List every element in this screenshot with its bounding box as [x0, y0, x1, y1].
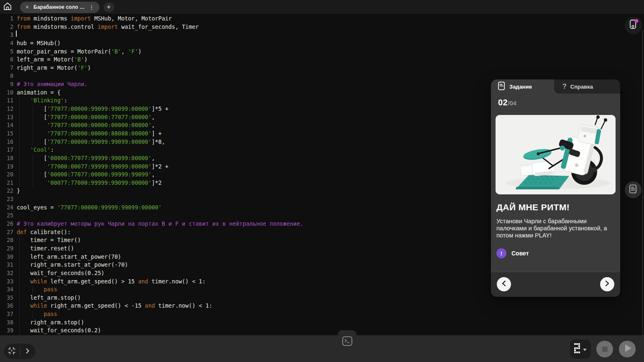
line-number: 7 [0, 64, 13, 72]
hub-device-icon [629, 19, 639, 32]
line-number: 9 [0, 80, 13, 89]
project-tab[interactable]: ✕ Барабанное соло … ⋮ [20, 2, 100, 13]
chevron-right-icon [605, 280, 609, 288]
code-line: 5motor_pair_arms = MotorPair('B', 'F') [0, 48, 644, 56]
top-bar: ✕ Барабанное соло … ⋮ + [0, 0, 644, 15]
line-number: 4 [0, 39, 13, 48]
tip-button[interactable]: ! Совет [496, 248, 529, 258]
task-illustration [496, 115, 616, 194]
step-total: /04 [508, 99, 516, 107]
question-icon: ? [562, 83, 567, 90]
chevron-right-icon [26, 348, 29, 355]
bottom-bar [0, 335, 644, 362]
line-number: 23 [0, 195, 13, 204]
task-description: Установи Чарли с барабанными палочками и… [496, 218, 615, 239]
previous-step-button[interactable] [497, 277, 511, 291]
collapse-icon [8, 347, 15, 356]
line-number: 38 [0, 319, 13, 327]
line-number: 28 [0, 236, 13, 245]
app-window: ✕ Барабанное соло … ⋮ + 1from mindstorms… [0, 0, 644, 362]
line-number: 6 [0, 56, 13, 64]
code-line: 4hub = MSHub() [0, 39, 644, 48]
line-number: 10 [0, 89, 13, 97]
line-number: 16 [0, 138, 13, 146]
line-number: 14 [0, 121, 13, 130]
plus-icon: + [107, 3, 110, 11]
tip-exclamation-icon: ! [496, 248, 506, 258]
task-panel-footer [491, 272, 620, 297]
line-number: 2 [0, 23, 13, 31]
terminal-icon [342, 340, 353, 347]
line-number: 26 [0, 220, 13, 228]
task-panel-toggle-button[interactable] [625, 181, 641, 198]
line-number: 15 [0, 130, 13, 138]
line-number: 30 [0, 253, 13, 261]
line-number: 20 [0, 171, 13, 179]
chevron-left-icon [502, 280, 506, 288]
stop-icon [602, 347, 608, 352]
code-line: 6left_arm = Motor('B') [0, 56, 644, 64]
step-progress: 02 /04 [498, 98, 516, 107]
code-line: 37 pass [0, 310, 644, 319]
line-number: 36 [0, 302, 13, 310]
task-doc-icon [498, 82, 506, 92]
line-number: 21 [0, 179, 13, 187]
tab-help-label: Справка [570, 84, 593, 90]
line-number: 29 [0, 245, 13, 253]
tab-task-label: Задание [509, 84, 532, 90]
line-number: 1 [0, 15, 13, 23]
line-number: 31 [0, 261, 13, 269]
line-number: 37 [0, 310, 13, 319]
tip-label: Совет [511, 250, 529, 257]
code-line: 2from mindstorms.control import wait_for… [0, 23, 644, 31]
code-line: 3 [0, 31, 644, 39]
line-number: 13 [0, 113, 13, 122]
tab-menu-icon[interactable]: ⋮ [88, 4, 95, 10]
expand-panel-button[interactable] [20, 344, 36, 359]
editor-scrollbar[interactable] [642, 30, 643, 352]
tab-help[interactable]: ? Справка [554, 79, 620, 94]
stop-button[interactable] [596, 341, 613, 357]
code-line: 38 right_arm.stop() [0, 319, 644, 327]
tab-close-icon[interactable]: ✕ [24, 4, 30, 10]
hub-slot-selector[interactable] [570, 339, 591, 359]
tab-title: Барабанное соло … [33, 4, 84, 10]
line-number: 12 [0, 105, 13, 113]
code-line: 1from mindstorms import MSHub, Motor, Mo… [0, 15, 644, 23]
line-number: 34 [0, 286, 13, 294]
line-number: 32 [0, 269, 13, 278]
line-number: 3 [0, 31, 13, 39]
pixel-number-icon [574, 343, 581, 355]
home-icon [3, 2, 12, 13]
next-step-button[interactable] [600, 277, 614, 291]
console-button[interactable] [342, 336, 353, 348]
line-number: 25 [0, 212, 13, 220]
task-title: ДАЙ МНЕ РИТМ! [496, 202, 570, 212]
hub-connection-button[interactable] [625, 17, 642, 34]
line-number: 17 [0, 146, 13, 154]
caret-down-icon [583, 345, 587, 353]
new-tab-button[interactable]: + [104, 2, 114, 13]
text-caret [16, 31, 17, 37]
notification-dot [635, 19, 639, 23]
line-number: 33 [0, 278, 13, 286]
line-number: 22 [0, 187, 13, 195]
collapse-view-button[interactable] [4, 344, 20, 359]
line-number: 5 [0, 48, 13, 56]
tab-task[interactable]: Задание [491, 79, 554, 94]
task-panel: Задание ? Справка 02 /04 [491, 79, 620, 297]
play-button[interactable] [619, 341, 636, 357]
play-icon [625, 344, 631, 354]
code-line: 7right_arm = Motor('F') [0, 64, 644, 72]
code-line: 39 wait_for_seconds(0.2) [0, 326, 644, 335]
line-number: 39 [0, 326, 13, 335]
line-number: 18 [0, 154, 13, 163]
line-number: 19 [0, 163, 13, 171]
line-number: 8 [0, 72, 13, 80]
line-number: 27 [0, 228, 13, 237]
home-button[interactable] [0, 0, 15, 15]
task-panel-tabs: Задание ? Справка [491, 79, 620, 94]
line-number: 35 [0, 294, 13, 302]
step-current: 02 [498, 98, 508, 107]
line-number: 11 [0, 97, 13, 105]
